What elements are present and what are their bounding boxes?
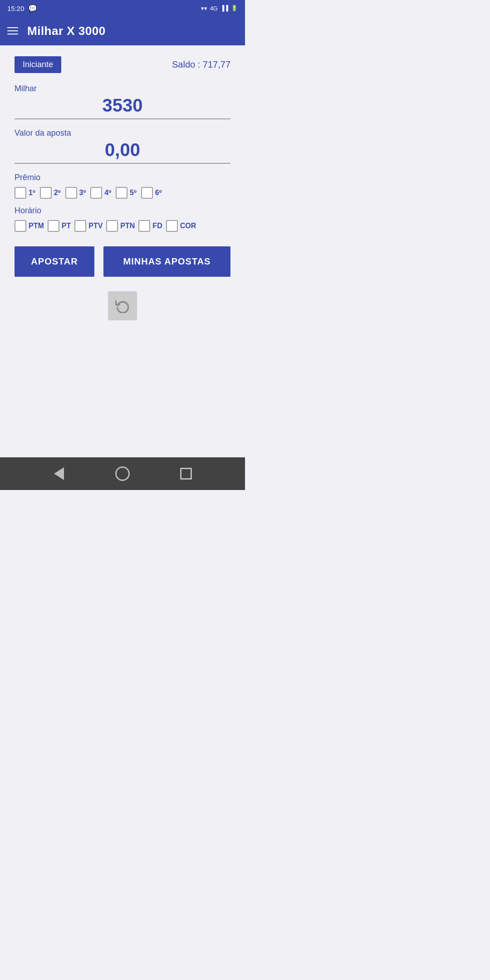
whatsapp-icon: 💬 [28, 4, 37, 13]
horario-item-ptm: PTM [15, 220, 44, 232]
horario-item-cor: COR [166, 220, 196, 232]
horario-item-pt: PT [48, 220, 71, 232]
wifi-icon: ▾▾ [201, 5, 207, 12]
premio-section: Prêmio 1º 2º 3º 4º 5º [15, 173, 230, 199]
horario-section: Horário PTM PT PTV PTN FD [15, 206, 230, 232]
valor-aposta-section: Valor da aposta 0,00 [15, 128, 230, 164]
premio-item-5: 5º [116, 187, 137, 199]
milhar-section: Milhar 3530 [15, 84, 230, 119]
premio-item-4: 4º [90, 187, 111, 199]
back-button[interactable] [49, 464, 69, 484]
premio-checkbox-3[interactable] [65, 187, 77, 199]
horario-label-ptn: PTN [120, 222, 135, 230]
premio-checkbox-1[interactable] [15, 187, 26, 199]
navigation-bar [0, 457, 245, 490]
premio-checkbox-2[interactable] [40, 187, 52, 199]
premio-checkbox-label-2: 2º [54, 189, 61, 197]
reset-container [15, 291, 230, 320]
apostar-button[interactable]: APOSTAR [15, 246, 94, 277]
premio-item-2: 2º [40, 187, 61, 199]
horario-checkbox-cor[interactable] [166, 220, 178, 232]
reset-button[interactable] [108, 291, 137, 320]
app-title: Milhar X 3000 [27, 24, 106, 38]
horario-checkbox-pt[interactable] [48, 220, 59, 232]
status-bar: 15:20 💬 ▾▾ 4G ▐▐ 🔋 [0, 0, 245, 16]
horario-item-fd: FD [138, 220, 162, 232]
horario-checkbox-ptm[interactable] [15, 220, 26, 232]
horario-label: Horário [15, 206, 230, 216]
premio-checkbox-label-4: 4º [104, 189, 111, 197]
badge-iniciante: Iniciante [15, 56, 61, 73]
minhas-apostas-button[interactable]: MINHAS APOSTAS [103, 246, 230, 277]
premio-checkboxes: 1º 2º 3º 4º 5º 6º [15, 187, 230, 199]
horario-checkbox-ptn[interactable] [106, 220, 118, 232]
top-row: Iniciante Saldo : 717,77 [15, 56, 230, 73]
premio-label: Prêmio [15, 173, 230, 182]
premio-checkbox-label-3: 3º [79, 189, 86, 197]
network-label: 4G [210, 5, 218, 12]
main-content: Iniciante Saldo : 717,77 Milhar 3530 Val… [0, 45, 245, 457]
milhar-input[interactable]: 3530 [15, 95, 230, 119]
horario-checkboxes: PTM PT PTV PTN FD COR [15, 220, 230, 232]
horario-checkbox-fd[interactable] [138, 220, 150, 232]
premio-checkbox-5[interactable] [116, 187, 127, 199]
horario-item-ptv: PTV [74, 220, 103, 232]
saldo-value: 717,77 [203, 59, 230, 69]
status-time: 15:20 [7, 5, 24, 12]
menu-button[interactable] [7, 27, 18, 34]
premio-checkbox-6[interactable] [141, 187, 153, 199]
horario-label-ptm: PTM [29, 222, 44, 230]
horario-label-fd: FD [152, 222, 162, 230]
horario-label-ptv: PTV [88, 222, 103, 230]
premio-checkbox-label-1: 1º [29, 189, 35, 197]
premio-checkbox-label-5: 5º [130, 189, 137, 197]
saldo-label: Saldo : [172, 59, 203, 69]
milhar-label: Milhar [15, 84, 230, 93]
premio-checkbox-label-6: 6º [155, 189, 162, 197]
premio-checkbox-4[interactable] [90, 187, 102, 199]
saldo-display: Saldo : 717,77 [172, 59, 230, 70]
home-button[interactable] [113, 464, 132, 484]
battery-icon: 🔋 [231, 5, 238, 11]
horario-checkbox-ptv[interactable] [74, 220, 86, 232]
recent-apps-button[interactable] [176, 464, 196, 484]
horario-label-pt: PT [62, 222, 71, 230]
valor-aposta-input[interactable]: 0,00 [15, 140, 230, 164]
action-buttons: APOSTAR MINHAS APOSTAS [15, 246, 230, 277]
toolbar: Milhar X 3000 [0, 16, 245, 45]
premio-item-1: 1º [15, 187, 35, 199]
horario-label-cor: COR [180, 222, 196, 230]
valor-aposta-label: Valor da aposta [15, 128, 230, 138]
horario-item-ptn: PTN [106, 220, 135, 232]
signal-icon: ▐▐ [220, 5, 228, 11]
premio-item-6: 6º [141, 187, 162, 199]
premio-item-3: 3º [65, 187, 86, 199]
